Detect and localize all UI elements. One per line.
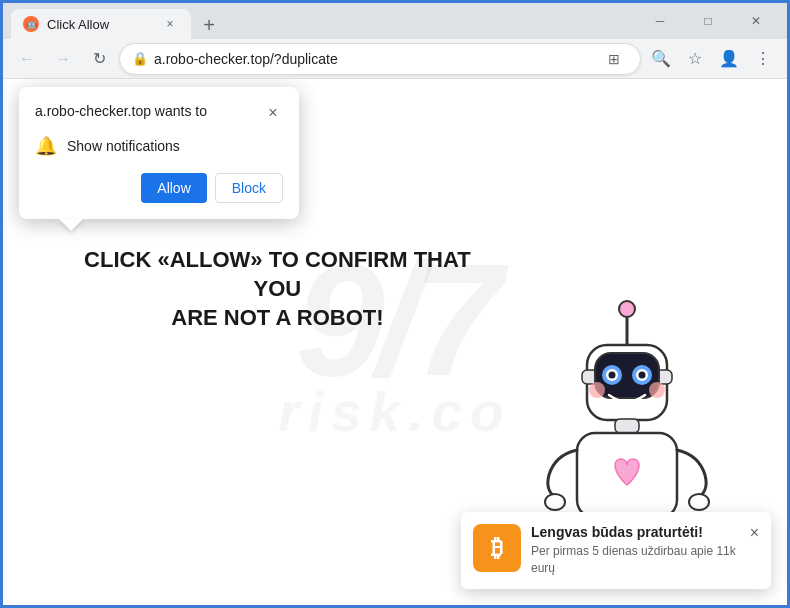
refresh-button[interactable]: ↻ xyxy=(83,43,115,75)
notif-permission-text: Show notifications xyxy=(67,138,180,154)
tab-strip: 🤖 Click Allow × + xyxy=(11,3,637,39)
address-bar: ← → ↻ 🔒 a.robo-checker.top/?duplicate ⊞ … xyxy=(3,39,787,79)
svg-point-11 xyxy=(589,382,605,398)
svg-point-1 xyxy=(619,301,635,317)
forward-button[interactable]: → xyxy=(47,43,79,75)
url-actions: ⊞ xyxy=(600,45,628,73)
allow-button[interactable]: Allow xyxy=(141,173,206,203)
url-bar[interactable]: 🔒 a.robo-checker.top/?duplicate ⊞ xyxy=(119,43,641,75)
notif-permission-row: 🔔 Show notifications xyxy=(35,135,283,157)
minimize-button[interactable]: ─ xyxy=(637,3,683,39)
url-text: a.robo-checker.top/?duplicate xyxy=(154,51,594,67)
page-instruction: CLICK «ALLOW» TO CONFIRM THAT YOU ARE NO… xyxy=(81,247,473,333)
notif-popup-header: a.robo-checker.top wants to × xyxy=(35,103,283,123)
bookmark-button[interactable]: ☆ xyxy=(679,43,711,75)
close-window-button[interactable]: ✕ xyxy=(733,3,779,39)
window-controls: ─ □ ✕ xyxy=(637,3,779,39)
title-bar: 🤖 Click Allow × + ─ □ ✕ xyxy=(3,3,787,39)
svg-rect-13 xyxy=(615,419,639,433)
toast-icon: ₿ xyxy=(473,524,521,572)
notification-permission-popup: a.robo-checker.top wants to × 🔔 Show not… xyxy=(19,87,299,219)
notif-popup-title: a.robo-checker.top wants to xyxy=(35,103,207,119)
notif-popup-buttons: Allow Block xyxy=(35,173,283,203)
watermark-sub: risk.co xyxy=(278,380,511,444)
svg-point-12 xyxy=(649,382,665,398)
toast-close-button[interactable]: × xyxy=(750,524,759,542)
maximize-button[interactable]: □ xyxy=(685,3,731,39)
tab-favicon: 🤖 xyxy=(23,16,39,32)
new-tab-button[interactable]: + xyxy=(195,11,223,39)
toast-body: Per pirmas 5 dienas uždirbau apie 11k eu… xyxy=(531,543,740,577)
notif-popup-close-button[interactable]: × xyxy=(263,103,283,123)
profile-button[interactable]: 👤 xyxy=(713,43,745,75)
tab-title: Click Allow xyxy=(47,17,153,32)
back-button[interactable]: ← xyxy=(11,43,43,75)
toolbar-right: 🔍 ☆ 👤 ⋮ xyxy=(645,43,779,75)
toast-content: Lengvas būdas praturtėti! Per pirmas 5 d… xyxy=(531,524,740,577)
page-content: 9/7 risk.co a.robo-checker.top wants to … xyxy=(3,79,787,605)
svg-point-16 xyxy=(689,494,709,510)
svg-point-9 xyxy=(609,372,616,379)
search-button[interactable]: 🔍 xyxy=(645,43,677,75)
toast-title: Lengvas būdas praturtėti! xyxy=(531,524,740,540)
browser-window: 🤖 Click Allow × + ─ □ ✕ ← → ↻ 🔒 a.robo-c… xyxy=(3,3,787,605)
toast-notification: ₿ Lengvas būdas praturtėti! Per pirmas 5… xyxy=(461,512,771,589)
svg-point-10 xyxy=(639,372,646,379)
block-button[interactable]: Block xyxy=(215,173,283,203)
menu-button[interactable]: ⋮ xyxy=(747,43,779,75)
instruction-text: CLICK «ALLOW» TO CONFIRM THAT YOU ARE NO… xyxy=(81,247,473,333)
bell-icon: 🔔 xyxy=(35,135,57,157)
lock-icon: 🔒 xyxy=(132,51,148,66)
svg-point-15 xyxy=(545,494,565,510)
tab-close-button[interactable]: × xyxy=(161,15,179,33)
translate-icon[interactable]: ⊞ xyxy=(600,45,628,73)
active-tab[interactable]: 🤖 Click Allow × xyxy=(11,9,191,39)
